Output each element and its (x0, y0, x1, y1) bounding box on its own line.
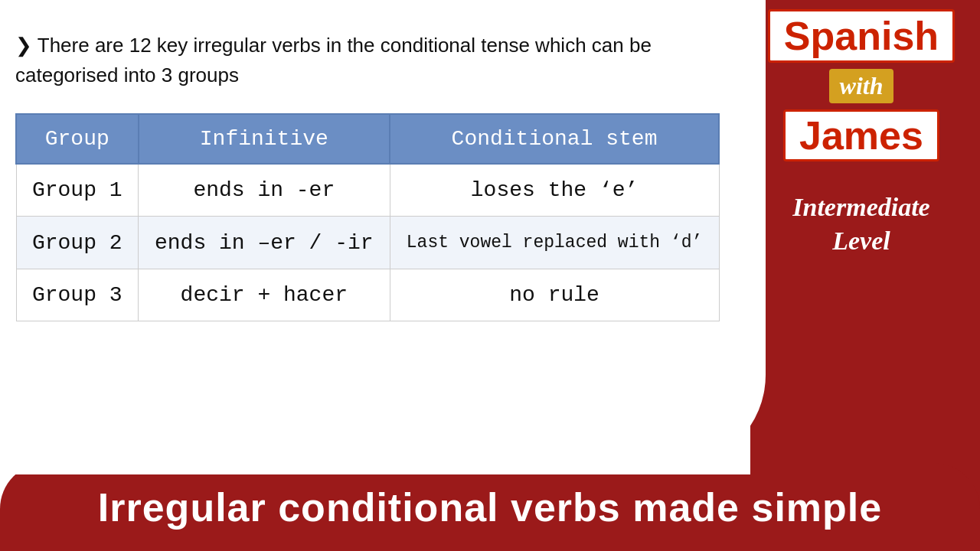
brand-james-text: James (799, 113, 923, 158)
brand-spanish-box: Spanish (768, 9, 955, 63)
group-2-infinitive: ends in –er / -ir (139, 217, 390, 269)
brand-spanish-text: Spanish (784, 14, 939, 58)
arrow-icon: ❯ (15, 34, 32, 57)
level-line1: Intermediate (792, 193, 929, 221)
group-3-stem: no rule (390, 269, 719, 321)
table-header-row: Group Infinitive Conditional stem (16, 114, 719, 164)
main-content: ❯ There are 12 key irregular verbs in th… (0, 0, 750, 474)
group-1-stem: loses the ‘e’ (390, 164, 719, 217)
group-1-label: Group 1 (16, 164, 139, 217)
bottom-banner: Irregular conditional verbs made simple (0, 463, 980, 551)
group-2-label: Group 2 (16, 217, 139, 269)
table-row: Group 2 ends in –er / -ir Last vowel rep… (16, 217, 719, 269)
group-3-label: Group 3 (16, 269, 139, 321)
group-3-infinitive: decir + hacer (139, 269, 390, 321)
group-2-stem: Last vowel replaced with ‘d’ (390, 217, 719, 269)
table-row: Group 3 decir + hacer no rule (16, 269, 719, 321)
col-header-infinitive: Infinitive (139, 114, 390, 164)
footer-text: Irregular conditional verbs made simple (98, 484, 882, 530)
level-line2: Level (832, 227, 890, 255)
group-1-infinitive: ends in -er (139, 164, 390, 217)
level-text: Intermediate Level (792, 191, 929, 258)
brand-james-box: James (783, 109, 939, 161)
intro-text: There are 12 key irregular verbs in the … (15, 34, 652, 86)
verb-table: Group Infinitive Conditional stem Group … (15, 113, 720, 321)
table-row: Group 1 ends in -er loses the ‘e’ (16, 164, 719, 217)
intro-paragraph: ❯ There are 12 key irregular verbs in th… (15, 31, 727, 90)
sidebar-brand: Spanish with James Intermediate Level (743, 0, 980, 459)
brand-with-box: with (829, 69, 894, 103)
brand-with-text: with (840, 72, 884, 99)
col-header-group: Group (16, 114, 139, 164)
col-header-stem: Conditional stem (390, 114, 719, 164)
